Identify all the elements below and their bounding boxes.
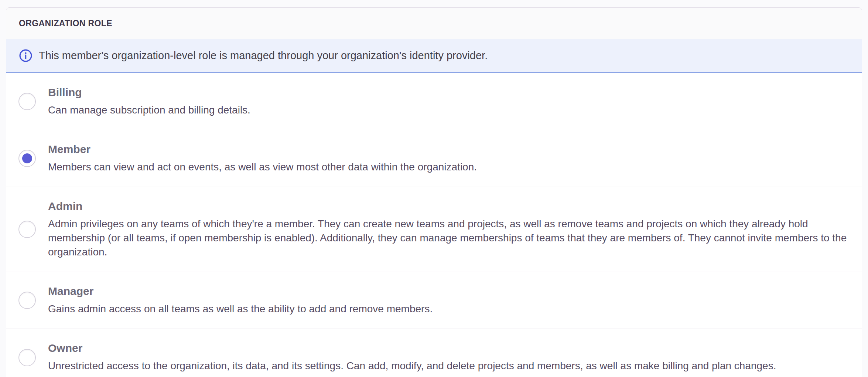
role-description: Unrestricted access to the organization,… [48,359,850,373]
radio-member[interactable] [18,150,36,167]
role-title: Admin [48,200,850,213]
radio-admin[interactable] [18,221,36,238]
role-text: Member Members can view and act on event… [48,143,850,174]
role-description: Gains admin access on all teams as well … [48,302,850,316]
role-title: Member [48,143,850,156]
role-title: Manager [48,285,850,298]
role-title: Billing [48,86,850,99]
radio-billing[interactable] [18,93,36,110]
role-text: Owner Unrestricted access to the organiz… [48,342,850,373]
role-option-manager[interactable]: Manager Gains admin access on all teams … [6,272,862,329]
role-option-member[interactable]: Member Members can view and act on event… [6,130,862,187]
alert-text: This member's organization-level role is… [39,49,488,63]
role-option-admin[interactable]: Admin Admin privileges on any teams of w… [6,187,862,272]
role-text: Billing Can manage subscription and bill… [48,86,850,117]
radio-owner[interactable] [18,349,36,366]
role-option-owner[interactable]: Owner Unrestricted access to the organiz… [6,329,862,377]
idp-managed-alert: This member's organization-level role is… [6,39,862,73]
radio-dot [22,153,32,163]
role-description: Can manage subscription and billing deta… [48,103,850,117]
role-text: Manager Gains admin access on all teams … [48,285,850,316]
role-description: Admin privileges on any teams of which t… [48,217,850,259]
info-icon [19,49,33,62]
organization-role-panel: ORGANIZATION ROLE This member's organiza… [6,7,862,377]
radio-manager[interactable] [18,292,36,309]
role-title: Owner [48,342,850,355]
panel-header: ORGANIZATION ROLE [6,8,862,39]
role-option-billing[interactable]: Billing Can manage subscription and bill… [6,73,862,130]
role-description: Members can view and act on events, as w… [48,160,850,174]
panel-title: ORGANIZATION ROLE [19,18,112,28]
role-text: Admin Admin privileges on any teams of w… [48,200,850,259]
